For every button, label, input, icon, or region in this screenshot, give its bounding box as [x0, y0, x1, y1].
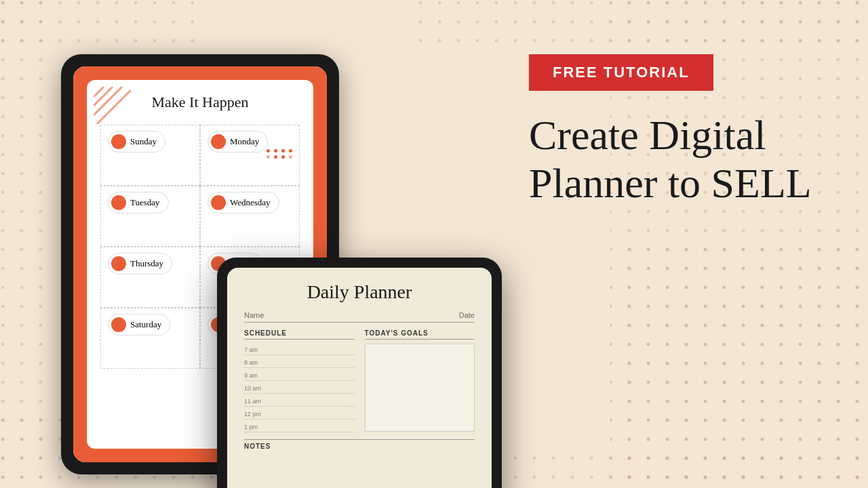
saturday-pill: Saturday	[108, 314, 170, 336]
left-section: Make It Happen Sunday Monday	[27, 41, 353, 474]
monday-dot	[211, 134, 226, 149]
thursday-cell: Thursday	[100, 247, 200, 308]
time-7am: 7 am	[244, 344, 355, 355]
thursday-dot	[111, 256, 126, 271]
goals-box	[365, 344, 475, 432]
daily-planner-screen: Daily Planner Name Date SCHEDULE 7 am 8 …	[227, 268, 492, 488]
time-1pm: 1 pm	[244, 421, 355, 432]
wednesday-cell: Wednesday	[200, 186, 300, 247]
planner-sections: SCHEDULE 7 am 8 am 9 am 10 am 11 am 12 p…	[244, 329, 475, 434]
time-9am: 9 am	[244, 369, 355, 381]
thursday-label: Thursday	[130, 258, 163, 269]
goals-header: TODAY'S GOALS	[365, 329, 475, 340]
time-11am: 11 am	[244, 395, 355, 407]
wednesday-pill: Wednesday	[208, 192, 279, 214]
sunday-pill: Sunday	[108, 131, 165, 152]
tuesday-label: Tuesday	[130, 197, 160, 208]
svg-line-8	[94, 87, 104, 97]
monday-label: Monday	[230, 136, 259, 147]
tuesday-cell: Tuesday	[100, 186, 200, 247]
sunday-dot	[111, 134, 126, 149]
thursday-pill: Thursday	[108, 253, 172, 274]
monday-cell: Monday	[200, 125, 300, 186]
date-label: Date	[459, 311, 475, 319]
name-label: Name	[244, 311, 264, 319]
tuesday-dot	[111, 195, 126, 210]
dots-decoration	[267, 149, 294, 159]
badge-text: FREE TUTORIAL	[553, 64, 690, 81]
goals-section: TODAY'S GOALS	[365, 329, 475, 434]
planner-meta: Name Date	[244, 311, 475, 323]
saturday-cell: Saturday	[100, 308, 200, 369]
svg-line-9	[94, 87, 113, 106]
schedule-section: SCHEDULE 7 am 8 am 9 am 10 am 11 am 12 p…	[244, 329, 355, 434]
heading-line1: Create Digital	[529, 112, 766, 158]
svg-rect-4	[407, 0, 868, 47]
wednesday-dot	[211, 195, 226, 210]
notes-section: NOTES	[244, 439, 475, 450]
schedule-header: SCHEDULE	[244, 329, 355, 340]
saturday-dot	[111, 317, 126, 332]
main-heading: Create Digital Planner to SELL	[529, 111, 814, 208]
daily-planner-title: Daily Planner	[244, 281, 475, 303]
time-10am: 10 am	[244, 382, 355, 394]
right-section: FREE TUTORIAL Create Digital Planner to …	[529, 54, 814, 208]
wednesday-label: Wednesday	[230, 197, 271, 208]
diagonal-decoration	[94, 87, 131, 124]
monday-pill: Monday	[208, 131, 268, 152]
sunday-label: Sunday	[130, 136, 157, 147]
svg-rect-7	[610, 237, 868, 488]
free-tutorial-badge: FREE TUTORIAL	[529, 54, 713, 91]
saturday-label: Saturday	[130, 319, 161, 330]
notes-header: NOTES	[244, 443, 475, 450]
tuesday-pill: Tuesday	[108, 192, 169, 214]
time-12pm: 12 pm	[244, 408, 355, 420]
time-8am: 8 am	[244, 357, 355, 368]
tablet-front: Daily Planner Name Date SCHEDULE 7 am 8 …	[217, 258, 502, 488]
heading-line2: Planner to SELL	[529, 160, 812, 206]
sunday-cell: Sunday	[100, 125, 200, 186]
